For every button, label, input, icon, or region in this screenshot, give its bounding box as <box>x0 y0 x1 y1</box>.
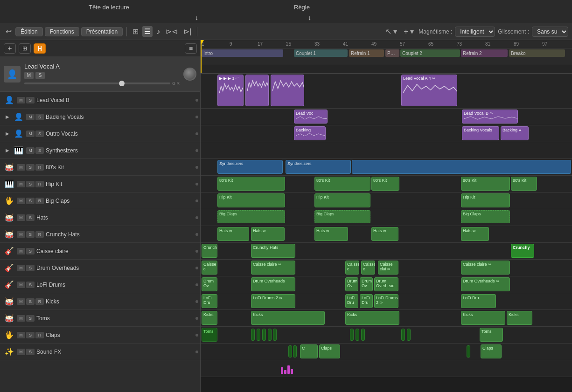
piano-btn[interactable]: ♪ <box>154 27 162 37</box>
claps2-m-btn[interactable]: M <box>17 332 25 338</box>
synth-s-btn[interactable]: S <box>35 147 44 154</box>
backing-vocals-m-btn[interactable]: M <box>26 114 35 120</box>
backing-vocals-play[interactable]: ▶ <box>4 113 11 121</box>
magnetisme-select[interactable]: Intelligent <box>455 27 495 37</box>
track-row-sound-fx[interactable]: ✨ M S Sound FX <box>0 344 200 360</box>
cc-m-btn[interactable]: M <box>17 248 25 254</box>
pan-knob[interactable] <box>183 68 196 81</box>
region-claps-hit-2[interactable] <box>293 345 297 358</box>
region-vocal-a-1[interactable]: ▶▶▶ 1·∷ <box>217 75 244 106</box>
region-big-claps-3[interactable]: Big Claps <box>461 210 510 223</box>
region-claps-2[interactable]: Claps <box>481 344 502 358</box>
region-caisse-6[interactable]: Caisse claire ∞ <box>461 261 510 275</box>
track-row-hats[interactable]: 🥁 M S Hats <box>0 209 200 226</box>
toms-m-btn[interactable]: M <box>17 315 25 322</box>
region-hats-4[interactable]: Hats ∞ <box>371 227 398 241</box>
crunchy-m-btn[interactable]: M <box>17 231 25 238</box>
region-toms-hit-10[interactable] <box>407 329 411 341</box>
region-80s-kit-4[interactable]: 80's Kit <box>461 177 510 191</box>
track-row-lofi-drums[interactable]: 🎸 M S LoFi Drums <box>0 276 200 293</box>
80s-m-btn[interactable]: M <box>17 164 25 171</box>
region-lofi-4[interactable]: LoFi Dru <box>360 294 373 308</box>
region-kicks-2[interactable]: Kicks <box>251 311 325 325</box>
back-btn[interactable]: ↩ <box>4 26 14 37</box>
do-m-btn[interactable]: M <box>17 265 25 271</box>
fonctions-menu[interactable]: Fonctions <box>45 27 79 36</box>
add-media-btn[interactable]: ⊞ <box>19 43 31 54</box>
toms-s-btn[interactable]: S <box>26 315 35 322</box>
region-crunchy-hats-2[interactable]: Crunchy <box>511 244 534 258</box>
region-toms-hit-5[interactable] <box>273 329 277 341</box>
kicks-m-btn[interactable]: M <box>17 298 25 305</box>
presentation-menu[interactable]: Présentation <box>81 27 123 36</box>
region-lead-vocal-b-1[interactable]: Lead Voc <box>294 110 328 124</box>
region-do-4[interactable]: Drum Ov <box>360 277 373 291</box>
backing-vocals-s-btn[interactable]: S <box>35 114 44 120</box>
region-caisse-1[interactable]: Caisse cl <box>202 261 217 275</box>
claps2-r-btn[interactable]: R <box>35 332 44 338</box>
track-row-80s-kit[interactable]: 🥁 M S R 80's Kit <box>0 159 200 176</box>
hats-m-btn[interactable]: M <box>17 214 25 221</box>
region-backing-vocals-3[interactable]: Backing V <box>501 126 529 140</box>
region-synth-3[interactable] <box>352 160 571 174</box>
region-hats-5[interactable]: Hats ∞ <box>461 227 489 241</box>
region-crunchy-hats-0[interactable]: Crunchy <box>202 244 217 258</box>
region-toms-hit-7[interactable] <box>356 329 359 341</box>
track-row-big-claps[interactable]: 🖐 M S R Big Claps <box>0 193 200 209</box>
region-synth-1[interactable]: Synthesizers <box>217 160 283 174</box>
region-do-5[interactable]: Drum Overhead <box>374 277 398 291</box>
crunchy-r-btn[interactable]: R <box>35 231 44 238</box>
region-kicks-4[interactable]: Kicks <box>461 311 505 325</box>
region-toms-hit-2[interactable] <box>257 329 260 341</box>
bigclaps-m-btn[interactable]: M <box>17 198 25 204</box>
region-big-claps-2[interactable]: Big Claps <box>314 210 370 223</box>
region-hip-kit-3[interactable]: Hip Kit <box>461 193 510 207</box>
region-caisse-5[interactable]: Caisse clai ∞ <box>378 261 398 275</box>
track-row-lead-vocal-a[interactable]: 👤 Lead Vocal A M S G R <box>0 57 200 92</box>
region-toms-2[interactable]: Toms <box>480 328 503 342</box>
track-row-drum-overheads[interactable]: 🎸 M S Drum Overheads <box>0 260 200 276</box>
region-80s-kit-3[interactable]: 80's Kit <box>371 177 399 191</box>
region-80s-kit-1[interactable]: 80's Kit <box>217 177 285 191</box>
hip-m-btn[interactable]: M <box>17 181 25 187</box>
region-backing-vocals-1[interactable]: Backing <box>294 126 326 140</box>
region-toms-hit-1[interactable] <box>251 329 255 341</box>
region-toms-hit-8[interactable] <box>361 329 365 341</box>
region-toms-hit-3[interactable] <box>262 329 266 341</box>
region-80s-kit-5[interactable]: 80's Kit <box>511 177 537 191</box>
region-vocal-a-3[interactable] <box>271 75 304 106</box>
region-claps-1[interactable]: Claps <box>319 344 340 358</box>
add-track-btn[interactable]: + <box>4 43 16 54</box>
list-view-btn[interactable]: ☰ <box>142 26 153 37</box>
region-caisse-2[interactable]: Caisse claire ∞ <box>251 261 295 275</box>
region-caisse-4[interactable]: Caisse c <box>361 261 375 275</box>
region-hats-1[interactable]: Hats ∞ <box>217 227 249 241</box>
outro-vocals-s-btn[interactable]: S <box>35 131 44 137</box>
outro-vocals-m-btn[interactable]: M <box>26 131 35 137</box>
cc-s-btn[interactable]: S <box>26 248 35 254</box>
track-row-hip-kit[interactable]: 🎹 M S R Hip Kit <box>0 176 200 193</box>
sfx-m-btn[interactable]: M <box>17 349 25 355</box>
sfx-s-btn[interactable]: S <box>26 349 35 355</box>
region-do-2[interactable]: Drum Overheads <box>251 277 295 291</box>
region-toms-hit-4[interactable] <box>268 329 272 341</box>
region-lofi-3[interactable]: LoFi Dru <box>345 294 358 308</box>
lead-vocal-a-s-btn[interactable]: S <box>35 72 45 79</box>
region-do-3[interactable]: Drum Ov <box>345 277 358 291</box>
crunchy-s-btn[interactable]: S <box>26 231 35 238</box>
region-claps-c[interactable]: C <box>300 344 318 358</box>
region-do-1[interactable]: Drum Ov <box>202 277 217 291</box>
region-kicks-1[interactable]: Kicks <box>202 311 217 325</box>
80s-s-btn[interactable]: S <box>26 164 35 171</box>
region-lofi-2[interactable]: LoFi Drums 2 ∞ <box>251 294 295 308</box>
track-row-claps[interactable]: 🖐 M S R Claps <box>0 327 200 344</box>
outro-vocals-play[interactable]: ▶ <box>4 130 11 138</box>
region-lofi-6[interactable]: LoFi Dru <box>461 294 496 308</box>
track-row-crunchy-hats[interactable]: 🥁 M S R Crunchy Hats <box>0 226 200 243</box>
region-do-6[interactable]: Drum Overheads ∞ <box>461 277 510 291</box>
region-hip-kit-1[interactable]: Hip Kit <box>217 193 285 207</box>
flex-btn[interactable]: ⊳| <box>181 26 193 37</box>
region-claps-hit-1[interactable] <box>288 345 292 358</box>
track-row-caisse-claire[interactable]: 🎸 M S Caisse claire <box>0 243 200 260</box>
grid-view-btn[interactable]: ⊞ <box>131 26 140 37</box>
